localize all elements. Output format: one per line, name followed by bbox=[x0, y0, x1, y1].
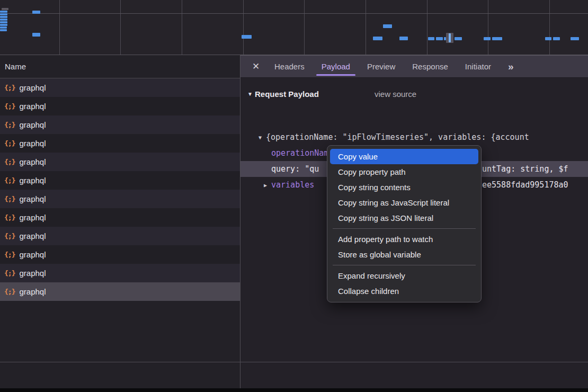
close-icon[interactable]: ✕ bbox=[246, 56, 266, 77]
menu-item-add-property-path-to-watch[interactable]: Add property path to watch bbox=[330, 231, 478, 247]
context-menu: Copy valueCopy property pathCopy string … bbox=[327, 145, 482, 302]
request-row[interactable]: {;}graphql bbox=[0, 78, 240, 97]
request-timing-bar bbox=[0, 16, 7, 18]
query-text-right: untTag: string, $f bbox=[482, 164, 568, 174]
overview-gridline bbox=[182, 0, 182, 55]
request-name: graphql bbox=[19, 120, 46, 129]
payload-preview-text: {operationName: "ipFlowTimeseries", vari… bbox=[266, 132, 529, 142]
request-timing-bar bbox=[553, 37, 560, 40]
json-resource-icon: {;} bbox=[4, 251, 15, 259]
request-timing-bar bbox=[0, 19, 7, 21]
window-bottom-edge bbox=[0, 388, 588, 392]
property-key: variables bbox=[271, 180, 314, 190]
menu-item-copy-string-as-javascript-literal[interactable]: Copy string as JavaScript literal bbox=[330, 195, 478, 210]
overview-gridline bbox=[120, 0, 121, 55]
json-resource-icon: {;} bbox=[4, 288, 15, 296]
json-resource-icon: {;} bbox=[4, 121, 15, 129]
request-row[interactable]: {;}graphql bbox=[0, 115, 240, 134]
request-timing-bar bbox=[0, 29, 7, 31]
request-timing-bar bbox=[399, 37, 408, 40]
menu-item-copy-string-contents[interactable]: Copy string contents bbox=[330, 180, 478, 195]
overview-gridline bbox=[427, 0, 427, 55]
json-resource-icon: {;} bbox=[4, 158, 15, 166]
menu-separator bbox=[333, 228, 476, 229]
tab-preview[interactable]: Preview bbox=[359, 56, 404, 77]
menu-item-collapse-children[interactable]: Collapse children bbox=[330, 283, 478, 299]
request-timing-bar bbox=[484, 37, 491, 40]
menu-separator bbox=[333, 265, 476, 265]
overview-gridline bbox=[59, 0, 60, 55]
request-row[interactable]: {;}graphql bbox=[0, 97, 240, 115]
footer-divider bbox=[0, 362, 588, 362]
request-timing-bar bbox=[492, 37, 502, 40]
json-resource-icon: {;} bbox=[4, 84, 15, 92]
menu-item-store-as-global-variable[interactable]: Store as global variable bbox=[330, 247, 478, 262]
request-timing-bar bbox=[436, 37, 443, 40]
request-timing-bar bbox=[449, 33, 451, 42]
request-timing-bar bbox=[0, 13, 7, 15]
overview-gridline bbox=[366, 0, 366, 55]
request-row[interactable]: {;}graphql bbox=[0, 208, 240, 227]
request-timing-bar bbox=[571, 37, 579, 40]
tab-payload[interactable]: Payload bbox=[313, 56, 359, 77]
json-resource-icon: {;} bbox=[4, 213, 15, 221]
request-name: graphql bbox=[19, 250, 46, 259]
tab-initiator[interactable]: Initiator bbox=[457, 56, 500, 77]
request-row[interactable]: {;}graphql bbox=[0, 245, 240, 264]
detail-tab-bar: ✕ HeadersPayloadPreviewResponseInitiator… bbox=[240, 55, 588, 78]
request-timing-bar bbox=[242, 35, 252, 39]
request-name: graphql bbox=[19, 213, 46, 222]
menu-item-copy-property-path[interactable]: Copy property path bbox=[330, 164, 478, 180]
menu-item-copy-value[interactable]: Copy value bbox=[330, 149, 478, 164]
request-timing-bar bbox=[373, 37, 382, 40]
overview-gridline bbox=[243, 0, 244, 55]
overview-gridline bbox=[488, 0, 488, 55]
request-name: graphql bbox=[19, 139, 46, 148]
request-timing-bar bbox=[0, 26, 7, 29]
network-overview-timeline[interactable] bbox=[0, 0, 588, 55]
overview-gridline bbox=[549, 0, 550, 55]
network-request-panel: Name {;}graphql{;}graphql{;}graphql{;}gr… bbox=[0, 55, 240, 392]
overview-gridline bbox=[0, 13, 588, 14]
json-resource-icon: {;} bbox=[4, 176, 15, 184]
json-resource-icon: {;} bbox=[4, 102, 15, 110]
property-key: operationName bbox=[271, 148, 333, 158]
request-list: {;}graphql{;}graphql{;}graphql{;}graphql… bbox=[0, 78, 240, 301]
name-column-header[interactable]: Name bbox=[0, 55, 240, 78]
request-timing-bar bbox=[32, 11, 40, 14]
request-row[interactable]: {;}graphql bbox=[0, 134, 240, 153]
request-row[interactable]: {;}graphql bbox=[0, 190, 240, 208]
view-source-link[interactable]: view source bbox=[375, 90, 416, 99]
section-disclosure-icon[interactable]: ▼ bbox=[240, 91, 255, 97]
request-name: graphql bbox=[19, 269, 46, 278]
request-name: graphql bbox=[19, 83, 46, 92]
json-resource-icon: {;} bbox=[4, 139, 15, 147]
request-timing-bar bbox=[2, 8, 8, 10]
menu-item-copy-string-as-json-literal[interactable]: Copy string as JSON literal bbox=[330, 210, 478, 226]
request-timing-bar bbox=[32, 33, 40, 37]
variables-text-right: ee5588fdad995178a0 bbox=[482, 180, 568, 190]
menu-item-expand-recursively[interactable]: Expand recursively bbox=[330, 268, 478, 283]
request-name: graphql bbox=[19, 231, 46, 240]
request-row[interactable]: {;}graphql bbox=[0, 153, 240, 171]
request-row[interactable]: {;}graphql bbox=[0, 171, 240, 190]
tab-headers[interactable]: Headers bbox=[266, 56, 313, 77]
payload-root-row[interactable]: ▼ {operationName: "ipFlowTimeseries", va… bbox=[240, 129, 588, 145]
request-name: graphql bbox=[19, 287, 46, 296]
request-name: graphql bbox=[19, 194, 46, 203]
request-name: graphql bbox=[19, 102, 46, 111]
disclosure-closed-icon[interactable]: ▶ bbox=[260, 182, 271, 188]
request-row[interactable]: {;}graphql bbox=[0, 227, 240, 245]
request-row[interactable]: {;}graphql bbox=[0, 264, 240, 282]
more-tabs-icon[interactable]: » bbox=[502, 56, 519, 77]
request-payload-section: ▼ Request Payload view source bbox=[240, 86, 588, 102]
disclosure-open-icon[interactable]: ▼ bbox=[254, 135, 266, 140]
request-timing-bar bbox=[0, 21, 7, 23]
request-timing-bar bbox=[455, 37, 462, 40]
request-timing-bar bbox=[545, 37, 551, 40]
request-name: graphql bbox=[19, 157, 46, 166]
overview-gridline bbox=[304, 0, 305, 55]
tab-response[interactable]: Response bbox=[404, 56, 457, 77]
request-timing-bar bbox=[428, 37, 434, 40]
request-row[interactable]: {;}graphql bbox=[0, 282, 240, 301]
